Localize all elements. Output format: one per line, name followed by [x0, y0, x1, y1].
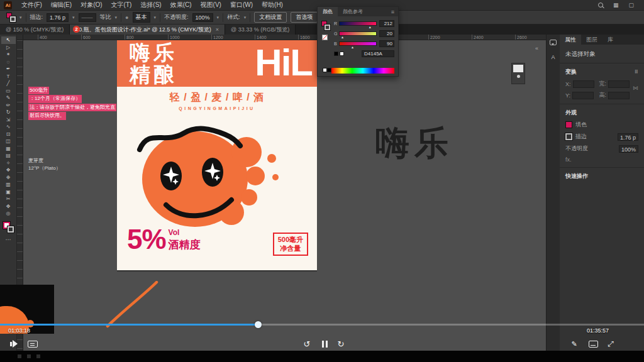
preferences-button[interactable]: 首选项 [291, 12, 318, 23]
brush-definition-value[interactable]: 基本 [133, 12, 150, 23]
stroke-dropdown-icon[interactable]: ▾ [72, 15, 75, 20]
symbol-sprayer-tool[interactable]: ❉ [1, 174, 16, 182]
menu-window[interactable]: 窗口(W) [226, 1, 257, 9]
gradient-tool[interactable]: ▤ [1, 152, 16, 160]
magic-wand-tool[interactable]: ✶ [1, 51, 16, 58]
height-field[interactable] [608, 92, 630, 99]
spectrum-gradient[interactable] [331, 68, 394, 74]
blue-slider-handle[interactable]: ▴ [352, 46, 353, 49]
fill-dropdown-icon[interactable]: ▾ [19, 15, 22, 20]
color-guide-tab[interactable]: 颜色参考 [338, 7, 368, 16]
poster-title-cn-1[interactable]: 嗨乐 [130, 42, 177, 63]
x-field[interactable] [573, 80, 594, 88]
label-copy-annotations[interactable]: 500毫升 ：12个月（常温保存） 法：请存放于阴凉干燥处，避免阳光直 射后尽快… [28, 87, 116, 172]
opacity-value[interactable]: 100% [192, 13, 213, 22]
blue-slider[interactable]: ▴ [339, 41, 377, 46]
fx-label[interactable]: fx. [565, 156, 638, 163]
stroke-row[interactable]: 描边 1.76 p [565, 133, 638, 141]
annotation-line[interactable]: 12°P（Plato） [28, 165, 116, 172]
stroke-weight-field[interactable]: 1.76 p [618, 133, 638, 141]
net-content-box[interactable]: 500毫升 净含量 [273, 233, 308, 256]
constrain-proportions-icon[interactable]: ⋈ [633, 85, 638, 91]
poster-title-cn-2[interactable]: 精酿 [130, 64, 177, 85]
pen-tool[interactable]: ✒ [1, 65, 16, 73]
green-slider-handle[interactable]: ▴ [341, 36, 343, 39]
white-swatch[interactable] [340, 52, 344, 56]
menu-effect[interactable]: 效果(C) [166, 1, 196, 9]
spectrum-black[interactable] [327, 68, 331, 72]
color-tab[interactable]: 颜色 [318, 7, 338, 16]
width-field[interactable] [608, 80, 630, 88]
green-slider[interactable]: ▴ [339, 31, 377, 36]
annotation-line[interactable]: 麦芽度 [28, 157, 116, 165]
stroke-swatch[interactable] [10, 16, 16, 22]
document-tab-right[interactable]: @ 33.33 % (RGB/预览) [225, 25, 296, 35]
red-slider[interactable]: ▴ [339, 21, 377, 26]
abv-label[interactable]: 酒精度 [169, 238, 201, 252]
annotation-line[interactable]: 法：请存放于阴凉干燥处，避免阳光直 [28, 104, 116, 111]
arrange-windows-icon[interactable]: ▢ [628, 2, 634, 8]
eyedropper-tool[interactable]: ✧ [1, 160, 16, 167]
pause-button[interactable] [317, 337, 332, 351]
annotation-line[interactable]: 射后尽快饮用。 [28, 112, 66, 119]
danmaku-button[interactable] [25, 337, 40, 351]
menu-help[interactable]: 帮助(H) [257, 1, 287, 9]
fill-stroke-swatch[interactable] [6, 13, 16, 22]
menu-select[interactable]: 选择(S) [136, 1, 165, 9]
direct-selection-tool[interactable]: ▷ [1, 44, 16, 52]
color-spectrum-bar[interactable] [321, 68, 394, 74]
annotation-line[interactable]: 500毫升 [28, 87, 49, 94]
free-transform-tool[interactable]: ⊡ [1, 131, 16, 138]
fill-row[interactable]: 填色 [565, 121, 638, 129]
style-dropdown-icon[interactable]: ▾ [244, 15, 247, 20]
workspace-switcher-icon[interactable]: ▦ [613, 2, 619, 8]
toolbar-more-icon[interactable]: ⋯ [6, 236, 11, 243]
lasso-tool[interactable]: ◌ [1, 58, 16, 66]
black-swatch[interactable] [334, 52, 338, 56]
mesh-tool[interactable]: ▦ [1, 145, 16, 153]
opacity-row[interactable]: 不透明度 100% [565, 145, 638, 153]
fullscreen-button[interactable]: ⤢ [603, 337, 618, 351]
toolbar-stroke-swatch[interactable] [8, 226, 14, 233]
horizontal-ruler[interactable]: 4006008001000120014001600180020002200240… [23, 35, 546, 40]
type-tool[interactable]: T [1, 73, 16, 80]
blend-tool[interactable]: ❖ [1, 167, 16, 174]
stroke-profile-preview[interactable]: —— [79, 13, 96, 22]
toolbar-fill-stroke-swatch[interactable] [3, 222, 14, 233]
dock-collapse-icon[interactable]: « [535, 45, 538, 52]
tab-close-icon[interactable]: × [216, 26, 219, 33]
slice-tool[interactable]: ✂ [1, 195, 16, 203]
notes-card-button[interactable] [586, 337, 601, 351]
green-value[interactable]: 20 [379, 30, 394, 37]
document-tab-left[interactable]: @ 150 % (CMYK/预览) [0, 25, 70, 35]
spectrum-white[interactable] [323, 68, 327, 72]
pencil-tool[interactable]: ✏ [1, 102, 16, 109]
poster-subtitle-pinyin[interactable]: QINGYINGMAIPIJIU [117, 106, 317, 111]
fill-color-swatch[interactable] [565, 121, 572, 128]
tab-libraries[interactable]: 库 [602, 35, 618, 45]
reference-point-icon[interactable]: ⠿ [635, 69, 638, 75]
progress-knob[interactable] [255, 321, 262, 328]
stroke-color-swatch[interactable] [565, 133, 572, 140]
hex-value-field[interactable]: D4145A [362, 50, 394, 57]
hand-tool[interactable]: ✥ [1, 203, 16, 211]
tab-properties[interactable]: 属性 [560, 35, 581, 45]
abv-value[interactable]: 5% [127, 226, 166, 253]
menu-edit[interactable]: 编辑(E) [47, 1, 76, 9]
artboard-poster[interactable]: 嗨乐 精酿 HiL 轻 / 盈 / 麦 / 啤 / 酒 QINGYINGMAIP… [117, 40, 317, 270]
proportional-label[interactable]: 等比 [100, 13, 111, 21]
shape-builder-tool[interactable]: ◫ [1, 138, 16, 145]
rotate-tool[interactable]: ↻ [1, 109, 16, 116]
canvas[interactable]: « 500毫升 ：12个月（常温保存） 法：请存放于阴凉干燥处，避免阳光直 射后… [23, 40, 546, 351]
document-setup-button[interactable]: 文档设置 [254, 12, 287, 23]
graph-tool[interactable]: ▥ [1, 181, 16, 189]
canvas-text-object[interactable]: 嗨乐 [375, 121, 453, 167]
stroke-weight-value[interactable]: 1.76 p [47, 13, 69, 22]
notes-pencil-button[interactable]: ✎ [567, 337, 582, 351]
selection-tool[interactable]: ↖ [1, 36, 16, 44]
tab-layers[interactable]: 图层 [581, 35, 602, 45]
paintbrush-tool[interactable]: ✎ [1, 94, 16, 102]
volume-button[interactable] [6, 337, 21, 351]
comments-panel-icon[interactable] [550, 40, 557, 45]
panel-menu-icon[interactable]: ≡ [387, 7, 398, 16]
